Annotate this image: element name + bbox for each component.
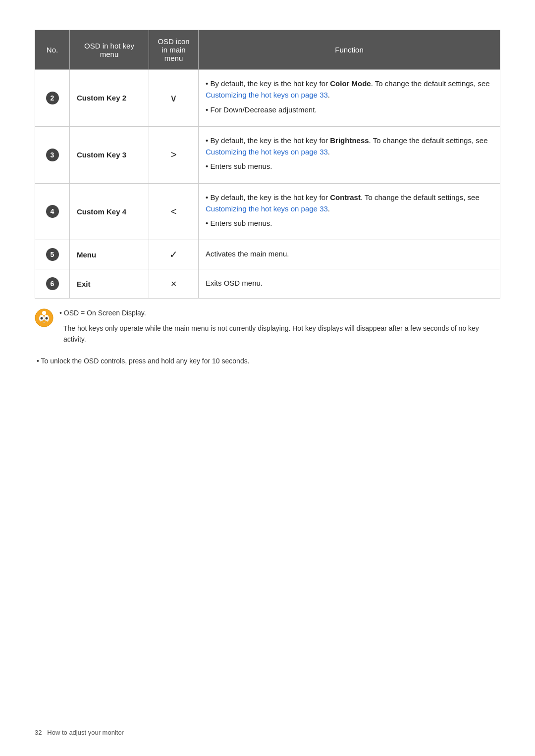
svg-point-8 xyxy=(46,317,48,320)
row-function: • By default, the key is the hot key for… xyxy=(199,70,500,127)
main-table: No. OSD in hot key menu OSD icon in main… xyxy=(35,30,500,299)
row-key: Custom Key 2 xyxy=(70,70,149,127)
tip-icon xyxy=(35,308,54,327)
table-row: 6Exit×Exits OSD menu. xyxy=(35,269,500,299)
row-number: 5 xyxy=(35,240,70,269)
col-header-no: No. xyxy=(35,30,70,70)
col-header-osd-hotkey: OSD in hot key menu xyxy=(70,30,149,70)
row-icon: ✓ xyxy=(149,240,199,269)
row-number: 4 xyxy=(35,183,70,240)
row-key: Custom Key 3 xyxy=(70,126,149,183)
page-footer: 32 How to adjust your monitor xyxy=(35,729,124,736)
row-key: Menu xyxy=(70,240,149,269)
note2: • To unlock the OSD controls, press and … xyxy=(35,355,500,366)
table-row: 4Custom Key 4<• By default, the key is t… xyxy=(35,183,500,240)
table-row: 5Menu✓Activates the main menu. xyxy=(35,240,500,269)
row-function: • By default, the key is the hot key for… xyxy=(199,183,500,240)
row-number: 2 xyxy=(35,70,70,127)
row-function: Activates the main menu. xyxy=(199,240,500,269)
note1-body: The hot keys only operate while the main… xyxy=(59,323,500,345)
row-key: Exit xyxy=(70,269,149,299)
col-header-osd-icon: OSD icon in main menu xyxy=(149,30,199,70)
col-header-function: Function xyxy=(199,30,500,70)
row-icon: > xyxy=(149,126,199,183)
table-row: 2Custom Key 2∨• By default, the key is t… xyxy=(35,70,500,127)
row-key: Custom Key 4 xyxy=(70,183,149,240)
row-function: Exits OSD menu. xyxy=(199,269,500,299)
row-function: • By default, the key is the hot key for… xyxy=(199,126,500,183)
table-row: 3Custom Key 3>• By default, the key is t… xyxy=(35,126,500,183)
note1-bullet: • OSD = On Screen Display. xyxy=(59,307,500,318)
row-icon: < xyxy=(149,183,199,240)
row-number: 6 xyxy=(35,269,70,299)
row-number: 3 xyxy=(35,126,70,183)
notes-section: • OSD = On Screen Display. The hot keys … xyxy=(35,307,500,349)
row-icon: ∨ xyxy=(149,70,199,127)
row-icon: × xyxy=(149,269,199,299)
notes-content: • OSD = On Screen Display. The hot keys … xyxy=(59,307,500,349)
svg-point-7 xyxy=(41,317,43,320)
